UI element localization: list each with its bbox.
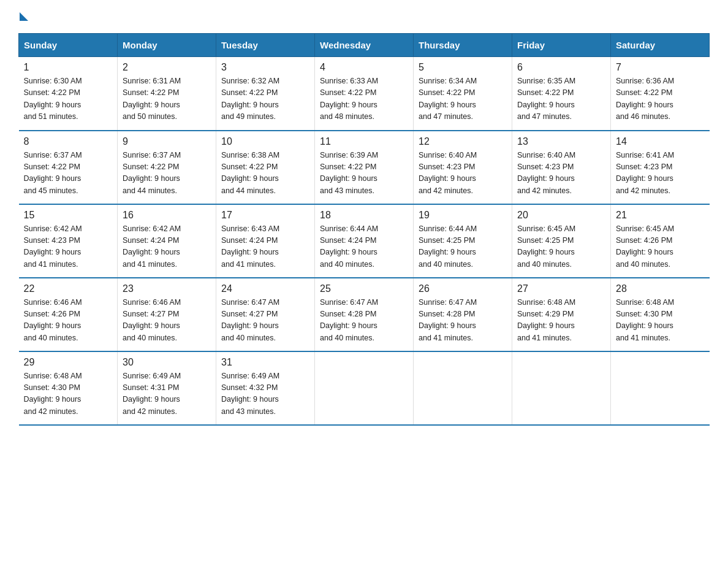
calendar-cell: 16 Sunrise: 6:42 AMSunset: 4:24 PMDaylig… [118, 204, 216, 278]
day-info: Sunrise: 6:44 AMSunset: 4:24 PMDaylight:… [320, 224, 378, 269]
calendar-cell: 25 Sunrise: 6:47 AMSunset: 4:28 PMDaylig… [315, 278, 414, 351]
day-number: 17 [221, 210, 309, 221]
calendar-cell: 28 Sunrise: 6:48 AMSunset: 4:30 PMDaylig… [611, 278, 710, 351]
day-number: 18 [320, 210, 408, 221]
calendar-cell: 3 Sunrise: 6:32 AMSunset: 4:22 PMDayligh… [216, 57, 315, 131]
day-number: 8 [24, 136, 113, 147]
calendar-week-row: 29 Sunrise: 6:48 AMSunset: 4:30 PMDaylig… [19, 351, 710, 425]
day-info: Sunrise: 6:47 AMSunset: 4:28 PMDaylight:… [320, 298, 378, 342]
day-number: 6 [517, 62, 605, 73]
column-header-sunday: Sunday [19, 34, 118, 57]
day-number: 5 [419, 62, 507, 73]
day-number: 12 [419, 136, 507, 147]
day-number: 31 [221, 357, 309, 368]
calendar-week-row: 1 Sunrise: 6:30 AMSunset: 4:22 PMDayligh… [19, 57, 710, 131]
calendar-cell: 27 Sunrise: 6:48 AMSunset: 4:29 PMDaylig… [512, 278, 611, 351]
day-number: 26 [419, 283, 507, 294]
day-number: 29 [24, 357, 113, 368]
day-info: Sunrise: 6:43 AMSunset: 4:24 PMDaylight:… [221, 224, 279, 269]
day-number: 30 [123, 357, 211, 368]
day-number: 19 [419, 210, 507, 221]
day-info: Sunrise: 6:45 AMSunset: 4:25 PMDaylight:… [517, 224, 575, 269]
day-number: 2 [123, 62, 211, 73]
calendar-cell [512, 351, 611, 425]
day-info: Sunrise: 6:42 AMSunset: 4:23 PMDaylight:… [24, 224, 82, 269]
day-info: Sunrise: 6:46 AMSunset: 4:27 PMDaylight:… [123, 298, 181, 342]
calendar-cell: 6 Sunrise: 6:35 AMSunset: 4:22 PMDayligh… [512, 57, 611, 131]
calendar-cell: 8 Sunrise: 6:37 AMSunset: 4:22 PMDayligh… [19, 131, 118, 204]
day-info: Sunrise: 6:35 AMSunset: 4:22 PMDaylight:… [517, 77, 575, 121]
column-header-friday: Friday [512, 34, 611, 57]
day-number: 27 [517, 283, 605, 294]
calendar-cell: 13 Sunrise: 6:40 AMSunset: 4:23 PMDaylig… [512, 131, 611, 204]
day-info: Sunrise: 6:49 AMSunset: 4:32 PMDaylight:… [221, 372, 279, 416]
day-number: 25 [320, 283, 408, 294]
logo [18, 12, 29, 21]
calendar-cell: 10 Sunrise: 6:38 AMSunset: 4:22 PMDaylig… [216, 131, 315, 204]
logo-triangle-icon [20, 12, 28, 21]
day-number: 15 [24, 210, 113, 221]
day-number: 20 [517, 210, 605, 221]
day-info: Sunrise: 6:37 AMSunset: 4:22 PMDaylight:… [24, 151, 82, 195]
calendar-cell: 22 Sunrise: 6:46 AMSunset: 4:26 PMDaylig… [19, 278, 118, 351]
day-info: Sunrise: 6:36 AMSunset: 4:22 PMDaylight:… [616, 77, 674, 121]
calendar-cell: 26 Sunrise: 6:47 AMSunset: 4:28 PMDaylig… [414, 278, 512, 351]
day-info: Sunrise: 6:44 AMSunset: 4:25 PMDaylight:… [419, 224, 477, 269]
day-info: Sunrise: 6:42 AMSunset: 4:24 PMDaylight:… [123, 224, 181, 269]
calendar-cell: 15 Sunrise: 6:42 AMSunset: 4:23 PMDaylig… [19, 204, 118, 278]
day-info: Sunrise: 6:45 AMSunset: 4:26 PMDaylight:… [616, 224, 674, 269]
calendar-cell: 23 Sunrise: 6:46 AMSunset: 4:27 PMDaylig… [118, 278, 216, 351]
day-info: Sunrise: 6:33 AMSunset: 4:22 PMDaylight:… [320, 77, 378, 121]
calendar-week-row: 8 Sunrise: 6:37 AMSunset: 4:22 PMDayligh… [19, 131, 710, 204]
day-info: Sunrise: 6:37 AMSunset: 4:22 PMDaylight:… [123, 151, 181, 195]
calendar-cell: 21 Sunrise: 6:45 AMSunset: 4:26 PMDaylig… [611, 204, 710, 278]
calendar-week-row: 15 Sunrise: 6:42 AMSunset: 4:23 PMDaylig… [19, 204, 710, 278]
calendar-cell: 1 Sunrise: 6:30 AMSunset: 4:22 PMDayligh… [19, 57, 118, 131]
calendar-cell [611, 351, 710, 425]
column-header-thursday: Thursday [414, 34, 512, 57]
calendar-cell: 24 Sunrise: 6:47 AMSunset: 4:27 PMDaylig… [216, 278, 315, 351]
calendar-cell: 18 Sunrise: 6:44 AMSunset: 4:24 PMDaylig… [315, 204, 414, 278]
day-info: Sunrise: 6:46 AMSunset: 4:26 PMDaylight:… [24, 298, 82, 342]
page-header [18, 12, 710, 21]
calendar-cell: 5 Sunrise: 6:34 AMSunset: 4:22 PMDayligh… [414, 57, 512, 131]
day-number: 11 [320, 136, 408, 147]
day-info: Sunrise: 6:38 AMSunset: 4:22 PMDaylight:… [221, 151, 279, 195]
calendar-cell: 17 Sunrise: 6:43 AMSunset: 4:24 PMDaylig… [216, 204, 315, 278]
calendar-cell: 12 Sunrise: 6:40 AMSunset: 4:23 PMDaylig… [414, 131, 512, 204]
calendar-cell: 2 Sunrise: 6:31 AMSunset: 4:22 PMDayligh… [118, 57, 216, 131]
day-info: Sunrise: 6:49 AMSunset: 4:31 PMDaylight:… [123, 372, 181, 416]
day-info: Sunrise: 6:31 AMSunset: 4:22 PMDaylight:… [123, 77, 181, 121]
calendar-cell: 20 Sunrise: 6:45 AMSunset: 4:25 PMDaylig… [512, 204, 611, 278]
day-number: 24 [221, 283, 309, 294]
day-number: 13 [517, 136, 605, 147]
calendar-cell: 31 Sunrise: 6:49 AMSunset: 4:32 PMDaylig… [216, 351, 315, 425]
day-number: 28 [616, 283, 705, 294]
day-number: 3 [221, 62, 309, 73]
day-number: 16 [123, 210, 211, 221]
column-header-wednesday: Wednesday [315, 34, 414, 57]
day-info: Sunrise: 6:41 AMSunset: 4:23 PMDaylight:… [616, 151, 674, 195]
day-info: Sunrise: 6:40 AMSunset: 4:23 PMDaylight:… [517, 151, 575, 195]
day-info: Sunrise: 6:47 AMSunset: 4:27 PMDaylight:… [221, 298, 279, 342]
calendar-cell [414, 351, 512, 425]
day-number: 7 [616, 62, 705, 73]
day-info: Sunrise: 6:40 AMSunset: 4:23 PMDaylight:… [419, 151, 477, 195]
day-number: 4 [320, 62, 408, 73]
day-info: Sunrise: 6:47 AMSunset: 4:28 PMDaylight:… [419, 298, 477, 342]
day-info: Sunrise: 6:39 AMSunset: 4:22 PMDaylight:… [320, 151, 378, 195]
day-info: Sunrise: 6:34 AMSunset: 4:22 PMDaylight:… [419, 77, 477, 121]
day-number: 22 [24, 283, 113, 294]
column-header-tuesday: Tuesday [216, 34, 315, 57]
column-header-saturday: Saturday [611, 34, 710, 57]
calendar-cell: 4 Sunrise: 6:33 AMSunset: 4:22 PMDayligh… [315, 57, 414, 131]
calendar-cell: 9 Sunrise: 6:37 AMSunset: 4:22 PMDayligh… [118, 131, 216, 204]
day-number: 10 [221, 136, 309, 147]
calendar-cell: 11 Sunrise: 6:39 AMSunset: 4:22 PMDaylig… [315, 131, 414, 204]
day-info: Sunrise: 6:30 AMSunset: 4:22 PMDaylight:… [24, 77, 82, 121]
day-info: Sunrise: 6:32 AMSunset: 4:22 PMDaylight:… [221, 77, 279, 121]
calendar-cell: 30 Sunrise: 6:49 AMSunset: 4:31 PMDaylig… [118, 351, 216, 425]
calendar-cell: 7 Sunrise: 6:36 AMSunset: 4:22 PMDayligh… [611, 57, 710, 131]
calendar-cell: 14 Sunrise: 6:41 AMSunset: 4:23 PMDaylig… [611, 131, 710, 204]
day-info: Sunrise: 6:48 AMSunset: 4:29 PMDaylight:… [517, 298, 575, 342]
